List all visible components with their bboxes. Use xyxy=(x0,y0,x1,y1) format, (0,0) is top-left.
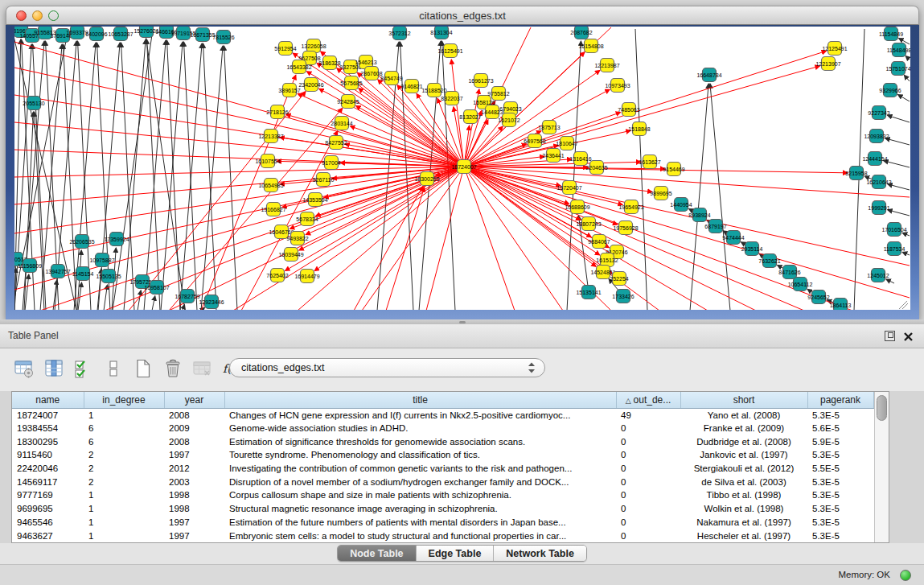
network-node[interactable]: 16961273 xyxy=(468,74,493,88)
show-columns-button[interactable] xyxy=(43,357,65,380)
network-window-titlebar[interactable]: citations_edges.txt xyxy=(6,6,919,25)
network-node[interactable]: 15751074 xyxy=(885,62,910,76)
network-node[interactable]: 5678334 xyxy=(296,212,318,226)
float-panel-icon[interactable] xyxy=(885,331,895,341)
cell-year: 1997 xyxy=(164,448,224,462)
network-node[interactable]: 8454749 xyxy=(380,72,402,85)
network-node[interactable]: 5267110 xyxy=(313,173,335,187)
table-row[interactable]: 1456911722003Disruption of a novel membe… xyxy=(12,475,873,488)
network-node[interactable]: 12213907 xyxy=(815,57,840,71)
network-node[interactable]: 8186328 xyxy=(318,56,340,70)
network-node[interactable]: 10654985 xyxy=(258,179,283,192)
column-header-pagerank[interactable]: pagerank xyxy=(807,392,873,408)
column-header-title[interactable]: title xyxy=(224,392,616,408)
network-node[interactable]: 12213387 xyxy=(258,130,283,143)
delete-trash-button[interactable] xyxy=(162,357,184,380)
column-header-name[interactable]: name xyxy=(12,392,84,408)
tab-network-table[interactable]: Network Table xyxy=(494,546,586,561)
network-node[interactable]: 2087682 xyxy=(570,27,592,39)
network-node[interactable]: 12213987 xyxy=(594,59,619,72)
network-node[interactable]: 1621072 xyxy=(498,113,519,127)
network-node[interactable]: 1810647 xyxy=(556,137,577,150)
network-node[interactable]: 12444154 xyxy=(862,152,887,166)
network-node[interactable]: 9146821 xyxy=(400,80,422,93)
table-row[interactable]: 1830029562008Estimation of significance … xyxy=(12,435,873,448)
network-node[interactable]: 3572312 xyxy=(388,27,410,40)
network-node[interactable]: 7815526 xyxy=(212,31,234,44)
cell-year: 2008 xyxy=(164,435,224,448)
network-node[interactable]: 1864113 xyxy=(830,299,852,311)
network-node[interactable]: 12125491 xyxy=(822,42,847,56)
network-node[interactable]: 9227343 xyxy=(868,106,889,120)
network-node[interactable]: 17359924 xyxy=(104,233,129,246)
network-node[interactable]: 10975887 xyxy=(89,253,114,267)
network-node[interactable]: 16154808 xyxy=(578,39,603,53)
network-node[interactable]: 1187534 xyxy=(884,242,906,256)
clear-row-selection-button[interactable] xyxy=(102,357,125,380)
network-node[interactable]: 13942757 xyxy=(45,265,70,278)
table-row[interactable]: 1872400712008Changes of HCN gene express… xyxy=(12,408,873,422)
table-scrollbar[interactable] xyxy=(874,392,889,542)
network-node[interactable]: 5675685 xyxy=(340,76,362,90)
network-node[interactable]: 252254 xyxy=(610,272,628,286)
table-row[interactable]: 911546021997Tourette syndrome. Phenomeno… xyxy=(12,448,873,462)
network-node[interactable]: 16125491 xyxy=(437,44,462,58)
network-node[interactable]: 16648784 xyxy=(696,68,721,82)
network-file-select[interactable]: citations_edges.txt xyxy=(229,358,545,377)
table-row[interactable]: 946554611997Estimation of the future num… xyxy=(12,516,873,529)
network-node[interactable]: 7485063 xyxy=(618,103,639,117)
table-row[interactable]: 2242004622012Investigating the contribut… xyxy=(12,462,873,476)
network-node[interactable]: 16914479 xyxy=(294,270,319,283)
column-header-short[interactable]: short xyxy=(680,392,807,408)
zoom-window-button[interactable] xyxy=(48,10,59,21)
divider-grip[interactable] xyxy=(459,321,466,323)
table-row[interactable]: 977716911998Corpus callosum shape and si… xyxy=(12,488,873,502)
table-row[interactable]: 969969511998Structural magnetic resonanc… xyxy=(12,502,873,516)
network-canvas-svg[interactable]: 1819615140557249155813376914061693379640… xyxy=(14,27,910,310)
column-header-year[interactable]: year xyxy=(164,392,224,408)
network-node[interactable]: 8215958 xyxy=(845,167,867,180)
network-node[interactable]: 1518848 xyxy=(628,122,650,136)
network-node[interactable]: 1875713 xyxy=(538,121,560,134)
close-panel-icon[interactable] xyxy=(903,331,914,341)
network-node[interactable]: 917004 xyxy=(322,156,340,170)
network-node[interactable]: 8131304 xyxy=(430,27,452,39)
column-header-out_de[interactable]: △out_de... xyxy=(616,392,680,408)
svg-text:12444154: 12444154 xyxy=(862,156,887,162)
new-document-button[interactable] xyxy=(132,357,154,380)
network-canvas[interactable]: 1819615140557249155813376914061693379640… xyxy=(14,27,910,310)
select-all-rows-button[interactable] xyxy=(72,357,95,380)
network-node[interactable]: 16210643 xyxy=(866,175,891,189)
tab-edge-table[interactable]: Edge Table xyxy=(417,546,495,561)
network-node[interactable]: 6402096 xyxy=(85,27,107,41)
network-node[interactable]: 1999291 xyxy=(868,201,889,215)
network-node[interactable]: 19166827 xyxy=(261,203,285,216)
minimize-window-button[interactable] xyxy=(32,10,43,21)
tab-node-table[interactable]: Node Table xyxy=(338,546,416,561)
table-row[interactable]: 1938455462009Genome-wide association stu… xyxy=(12,422,873,435)
network-node[interactable]: 2055130 xyxy=(23,97,44,110)
network-node[interactable]: 11548498 xyxy=(887,43,910,57)
import-table-button[interactable] xyxy=(191,357,214,380)
svg-text:16107554: 16107554 xyxy=(255,159,280,164)
network-edge xyxy=(169,108,343,310)
table-row[interactable]: 946362711997Embryonic stem cells: a mode… xyxy=(12,529,873,542)
network-node[interactable]: 1733426 xyxy=(612,290,634,303)
table-scrollbar-thumb[interactable] xyxy=(877,395,888,421)
network-node[interactable]: 6497568 xyxy=(524,134,545,148)
network-node[interactable]: 12093832 xyxy=(864,130,889,143)
resize-grip-icon[interactable] xyxy=(899,301,908,309)
network-node[interactable]: 17016504 xyxy=(881,223,906,237)
network-node[interactable]: 14353594 xyxy=(302,193,327,207)
network-node[interactable]: 10653287 xyxy=(108,27,133,41)
network-node[interactable]: 9245652 xyxy=(807,290,829,304)
network-node[interactable]: 1245012 xyxy=(867,269,889,282)
network-node[interactable]: 9899695 xyxy=(650,187,671,200)
network-node[interactable]: 1613627 xyxy=(639,155,660,169)
network-node[interactable]: 13226058 xyxy=(301,39,326,53)
column-header-in_degree[interactable]: in_degree xyxy=(84,392,164,408)
table-settings-button[interactable] xyxy=(13,357,35,380)
network-node[interactable]: 3896157 xyxy=(278,84,300,97)
network-node[interactable]: 9154469 xyxy=(663,163,684,176)
close-window-button[interactable] xyxy=(16,10,27,21)
